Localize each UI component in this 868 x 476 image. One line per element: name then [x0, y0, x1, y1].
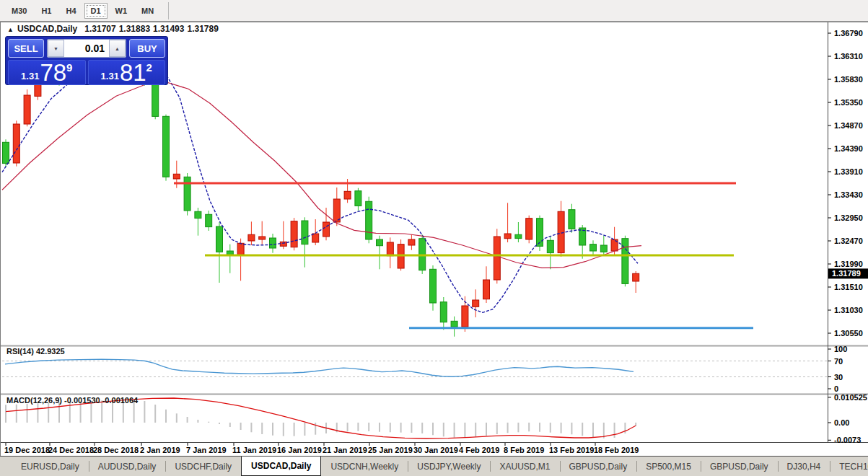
candle-body[interactable] — [526, 219, 532, 239]
timeframe-toolbar: M30H1H4D1W1MN — [0, 0, 868, 22]
price-axis-label: 1.35350 — [834, 98, 863, 107]
price-axis-label: 1.34870 — [834, 121, 863, 130]
chart-tab-eurusd-daily[interactable]: EURUSD,Daily — [12, 457, 89, 476]
candle-body[interactable] — [248, 234, 255, 241]
timeframe-button-w1[interactable]: W1 — [109, 3, 134, 19]
candle-body[interactable] — [547, 240, 553, 252]
candle-body[interactable] — [366, 201, 372, 239]
candle-body[interactable] — [504, 234, 511, 239]
chart-tab-xauusd-m1[interactable]: XAUUSD,M1 — [490, 457, 559, 476]
candle-body[interactable] — [270, 238, 276, 248]
macd-indicator-label: MACD(12,26,9) -0.001530 -0.001064 — [6, 396, 138, 405]
chart-title: ▲USDCAD,Daily1.317071.318831.314931.3178… — [7, 24, 222, 34]
candle-body[interactable] — [24, 95, 30, 124]
ohlc-open: 1.31707 — [84, 24, 115, 34]
date-axis-label: 21 Jan 2019 — [323, 446, 367, 454]
timeframe-button-mn[interactable]: MN — [135, 3, 160, 19]
date-axis-label: 11 Jan 2019 — [232, 446, 276, 454]
candle-body[interactable] — [195, 211, 201, 218]
date-axis-label: 4 Feb 2019 — [459, 446, 499, 454]
candle-body[interactable] — [483, 280, 490, 299]
chart-tab-gbpusd-daily[interactable]: GBPUSD,Daily — [701, 457, 778, 476]
chart-tab-usdjpy-weekly[interactable]: USDJPY,Weekly — [408, 457, 490, 476]
buy-button[interactable]: BUY — [129, 39, 165, 58]
collapse-triangle-icon[interactable]: ▲ — [7, 26, 14, 33]
candle-body[interactable] — [333, 199, 340, 222]
rsi-axis-label: 70 — [834, 357, 843, 366]
candle-body[interactable] — [355, 191, 361, 206]
chart-tab-usdchf-daily[interactable]: USDCHF,Daily — [165, 457, 241, 476]
candle-body[interactable] — [216, 226, 223, 252]
candle-body[interactable] — [622, 239, 628, 284]
candle-body[interactable] — [451, 321, 457, 327]
date-axis-label: 2 Jan 2019 — [140, 446, 180, 454]
candle-body[interactable] — [206, 214, 212, 226]
price-chart-canvas[interactable]: 1.367901.363101.358301.353501.348701.343… — [1, 22, 868, 456]
timeframe-button-h4[interactable]: H4 — [59, 3, 82, 19]
candle-body[interactable] — [515, 234, 522, 238]
candle-body[interactable] — [569, 210, 575, 229]
candle-body[interactable] — [237, 243, 244, 255]
candle-body[interactable] — [600, 245, 607, 252]
sell-price-prefix: 1.31 — [21, 71, 39, 81]
timeframe-button-m30[interactable]: M30 — [5, 3, 33, 19]
date-axis-label: 28 Dec 2018 — [93, 446, 139, 454]
candle-body[interactable] — [633, 273, 639, 281]
candle-body[interactable] — [430, 269, 437, 303]
candle-body[interactable] — [440, 302, 447, 322]
lot-increase-button[interactable]: ▲ — [109, 40, 126, 57]
chart-tab-dj30-h4[interactable]: DJ30,H4 — [778, 457, 830, 476]
chart-tab-sp500-m15[interactable]: SP500,M15 — [636, 457, 701, 476]
candle-body[interactable] — [163, 116, 170, 177]
candle-body[interactable] — [152, 83, 159, 117]
one-click-trading-panel: SELL ▼ 0.01 ▲ BUY 1.31789 1.31812 — [5, 36, 168, 85]
buy-quote[interactable]: 1.31812 — [88, 60, 166, 85]
lot-size-input[interactable]: 0.01 — [64, 40, 109, 57]
candle-body[interactable] — [377, 239, 383, 246]
chart-tab-usdcad-daily[interactable]: USDCAD,Daily — [241, 457, 321, 476]
sell-button[interactable]: SELL — [8, 39, 44, 58]
ohlc-low: 1.31493 — [153, 24, 184, 34]
lot-decrease-button[interactable]: ▼ — [48, 40, 64, 57]
candle-body[interactable] — [184, 177, 190, 211]
price-axis-label: 1.34390 — [834, 144, 863, 153]
date-axis-label: 13 Feb 2019 — [549, 446, 594, 454]
ohlc-close: 1.31789 — [187, 24, 218, 34]
candle-body[interactable] — [323, 222, 330, 237]
price-axis-label: 1.31030 — [834, 306, 863, 314]
candle-body[interactable] — [387, 242, 393, 256]
timeframe-button-h1[interactable]: H1 — [35, 3, 58, 19]
sell-quote[interactable]: 1.31789 — [8, 60, 86, 85]
candle-body[interactable] — [173, 174, 180, 179]
date-axis-label: 19 Dec 2018 — [4, 446, 50, 454]
date-axis-label: 8 Feb 2019 — [504, 446, 544, 454]
candle-body[interactable] — [344, 191, 351, 199]
candle-body[interactable] — [302, 221, 308, 244]
date-axis-label: 7 Jan 2019 — [186, 446, 227, 454]
date-axis-label: 24 Dec 2018 — [48, 446, 94, 454]
candle-body[interactable] — [462, 306, 468, 327]
ma-slow-line — [2, 82, 641, 268]
candle-body[interactable] — [280, 242, 286, 246]
chart-tab-usdcnh-weekly[interactable]: USDCNH,Weekly — [321, 457, 408, 476]
candle-body[interactable] — [312, 234, 319, 242]
sell-price-big: 78 — [40, 62, 66, 84]
candle-body[interactable] — [3, 142, 9, 163]
candle-body[interactable] — [13, 124, 19, 163]
buy-price-pipette: 2 — [146, 61, 152, 74]
candle-body[interactable] — [590, 244, 597, 251]
candle-body[interactable] — [259, 237, 266, 239]
date-axis-label: 30 Jan 2019 — [413, 446, 458, 454]
price-axis-label: 1.36310 — [834, 52, 863, 61]
candle-body[interactable] — [494, 237, 500, 280]
candle-body[interactable] — [408, 239, 415, 245]
candle-body[interactable] — [291, 221, 297, 247]
date-axis-label: 25 Jan 2019 — [368, 446, 413, 454]
ma-fast-line — [2, 69, 638, 312]
sell-price-pipette: 9 — [66, 61, 72, 74]
chart-tab-audusd-daily[interactable]: AUDUSD,Daily — [89, 457, 166, 476]
timeframe-button-d1[interactable]: D1 — [84, 3, 108, 19]
chart-tab-tech10[interactable]: TECH10 — [830, 457, 868, 476]
chart-tab-gbpusd-daily[interactable]: GBPUSD,Daily — [560, 457, 637, 476]
candle-body[interactable] — [473, 300, 479, 307]
